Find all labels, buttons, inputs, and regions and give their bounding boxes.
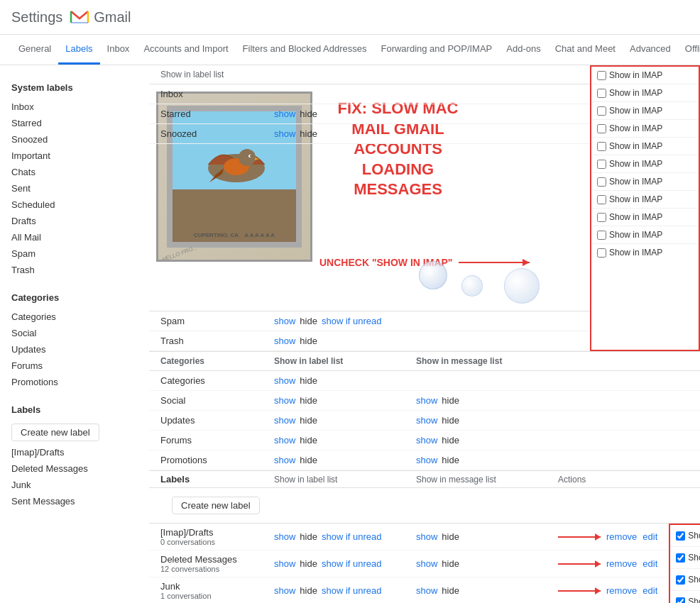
snoozed-hide-link[interactable]: hide bbox=[300, 128, 317, 139]
social-msg-hide-link[interactable]: hide bbox=[442, 395, 459, 406]
categories-title: Categories bbox=[0, 287, 149, 309]
sidebar-allmail: All Mail bbox=[0, 229, 149, 245]
tab-labels[interactable]: Labels bbox=[58, 35, 99, 65]
trash-hide-link[interactable]: hide bbox=[300, 336, 317, 346]
tab-forwarding[interactable]: Forwarding and POP/IMAP bbox=[373, 35, 499, 65]
arrowhead-2 bbox=[595, 560, 601, 568]
junk-unread-link[interactable]: show if unread bbox=[322, 585, 382, 596]
imap-checkbox-chats[interactable] bbox=[597, 142, 606, 151]
updates-show-link[interactable]: show bbox=[274, 415, 295, 426]
imap-checkbox-starred[interactable] bbox=[597, 89, 606, 98]
imap-checkbox-junk[interactable] bbox=[676, 575, 685, 585]
forums-msg-show-link[interactable]: show bbox=[416, 435, 437, 446]
imap-drafts-edit-link[interactable]: edit bbox=[642, 531, 657, 542]
imap-checkbox-scheduled[interactable] bbox=[597, 177, 606, 187]
imap-checkbox-inbox[interactable] bbox=[597, 71, 606, 80]
sys-col2-header bbox=[274, 70, 579, 79]
imap-checkbox-allmail[interactable] bbox=[597, 213, 606, 222]
bubble-2 bbox=[461, 275, 483, 297]
deleted-msg-show-link[interactable]: show bbox=[416, 558, 437, 569]
create-new-label-button[interactable]: Create new label bbox=[11, 424, 99, 441]
imap-checkbox-imap-drafts[interactable] bbox=[676, 531, 685, 541]
forums-msg-hide-link[interactable]: hide bbox=[442, 435, 459, 446]
imap-label-spam: Show in IMAP bbox=[609, 230, 662, 240]
spam-showifunread-link[interactable]: show if unread bbox=[322, 316, 382, 326]
deleted-remove-link[interactable]: remove bbox=[606, 558, 637, 569]
deleted-unread-link[interactable]: show if unread bbox=[322, 558, 382, 569]
imap-drafts-msg-show-link[interactable]: show bbox=[416, 531, 437, 542]
updates-msg-show-link[interactable]: show bbox=[416, 415, 437, 426]
junk-msg-show-link[interactable]: show bbox=[416, 585, 437, 596]
tab-general[interactable]: General bbox=[11, 35, 58, 65]
deleted-msg-hide-link[interactable]: hide bbox=[442, 558, 459, 569]
labels-section-title: Labels bbox=[160, 474, 274, 485]
tab-inbox[interactable]: Inbox bbox=[100, 35, 137, 65]
imap-drafts-show-link[interactable]: show bbox=[274, 531, 295, 542]
promotions-show-link[interactable]: show bbox=[274, 455, 295, 465]
tab-chat[interactable]: Chat and Meet bbox=[548, 35, 623, 65]
forums-label-actions: show hide bbox=[274, 435, 416, 446]
tab-addons[interactable]: Add-ons bbox=[499, 35, 547, 65]
row-forums: Forums show hide show hide bbox=[149, 431, 700, 450]
imap-drafts-arrow bbox=[558, 536, 601, 538]
junk-msg-hide-link[interactable]: hide bbox=[442, 585, 459, 596]
imap-checkbox-trash[interactable] bbox=[597, 248, 606, 258]
tab-advanced[interactable]: Advanced bbox=[623, 35, 678, 65]
row-starred-actions: show hide bbox=[274, 109, 579, 119]
junk-edit-link[interactable]: edit bbox=[642, 585, 657, 596]
updates-msg-hide-link[interactable]: hide bbox=[442, 415, 459, 426]
sidebar: System labels Inbox Starred Snoozed Impo… bbox=[0, 65, 149, 603]
promotions-msg-show-link[interactable]: show bbox=[416, 455, 437, 465]
imap-row-trash: Show in IMAP bbox=[591, 244, 699, 261]
social-name: Social bbox=[160, 395, 274, 406]
social-msg-show-link[interactable]: show bbox=[416, 395, 437, 406]
trash-show-link[interactable]: show bbox=[274, 336, 295, 346]
tab-offline[interactable]: Offline bbox=[678, 35, 700, 65]
spam-hide-link[interactable]: hide bbox=[300, 316, 317, 326]
deleted-show-link[interactable]: show bbox=[274, 558, 295, 569]
imap-drafts-hide-link[interactable]: hide bbox=[300, 531, 317, 542]
social-show-link[interactable]: show bbox=[274, 395, 295, 406]
promotions-hide-link[interactable]: hide bbox=[300, 455, 317, 465]
deleted-action-cell: remove edit bbox=[558, 558, 657, 569]
junk-name-cell: Junk 1 conversation bbox=[160, 581, 274, 600]
imap-label-junk: Show in IMAP bbox=[688, 575, 700, 585]
imap-drafts-remove-link[interactable]: remove bbox=[606, 531, 637, 542]
cat-hide-link[interactable]: hide bbox=[300, 375, 317, 386]
gmail-logo-icon bbox=[68, 6, 91, 28]
promotions-msg-hide-link[interactable]: hide bbox=[442, 455, 459, 465]
stamp-overlay-area: CUPERTINO, CA A A A A A A HELLO FRO... F… bbox=[149, 84, 590, 311]
tab-accounts[interactable]: Accounts and Import bbox=[136, 35, 235, 65]
starred-show-link[interactable]: show bbox=[274, 109, 295, 119]
spam-show-link[interactable]: show bbox=[274, 316, 295, 326]
sidebar-deleted-messages: Deleted Messages bbox=[0, 460, 149, 477]
junk-hide-link[interactable]: hide bbox=[300, 585, 317, 596]
forums-hide-link[interactable]: hide bbox=[300, 435, 317, 446]
forums-show-link[interactable]: show bbox=[274, 435, 295, 446]
imap-checkbox-snoozed[interactable] bbox=[597, 106, 606, 116]
cat-show-link[interactable]: show bbox=[274, 375, 295, 386]
imap-checkbox-drafts[interactable] bbox=[597, 195, 606, 204]
imap-checkbox-deleted[interactable] bbox=[676, 553, 685, 563]
deleted-hide-link[interactable]: hide bbox=[300, 558, 317, 569]
junk-remove-link[interactable]: remove bbox=[606, 585, 637, 596]
gmail-text-label: Gmail bbox=[94, 9, 131, 26]
tab-filters[interactable]: Filters and Blocked Addresses bbox=[236, 35, 374, 65]
imap-checkbox-important[interactable] bbox=[597, 124, 606, 133]
imap-label-starred: Show in IMAP bbox=[609, 88, 662, 98]
starred-hide-link[interactable]: hide bbox=[300, 109, 317, 119]
imap-checkbox-spam[interactable] bbox=[597, 231, 606, 240]
bubble-1 bbox=[419, 261, 447, 289]
deleted-edit-link[interactable]: edit bbox=[642, 558, 657, 569]
imap-labels-row-2: Show in IMAP bbox=[670, 547, 700, 569]
imap-checkbox-sent-messages[interactable] bbox=[676, 597, 685, 604]
imap-checkbox-sent[interactable] bbox=[597, 160, 606, 169]
snoozed-show-link[interactable]: show bbox=[274, 128, 295, 139]
social-hide-link[interactable]: hide bbox=[300, 395, 317, 406]
imap-drafts-unread-link[interactable]: show if unread bbox=[322, 531, 382, 542]
junk-show-link[interactable]: show bbox=[274, 585, 295, 596]
sidebar-forums: Forums bbox=[0, 358, 149, 374]
imap-drafts-msg-hide-link[interactable]: hide bbox=[442, 531, 459, 542]
create-new-label-button-main[interactable]: Create new label bbox=[172, 497, 260, 514]
updates-hide-link[interactable]: hide bbox=[300, 415, 317, 426]
